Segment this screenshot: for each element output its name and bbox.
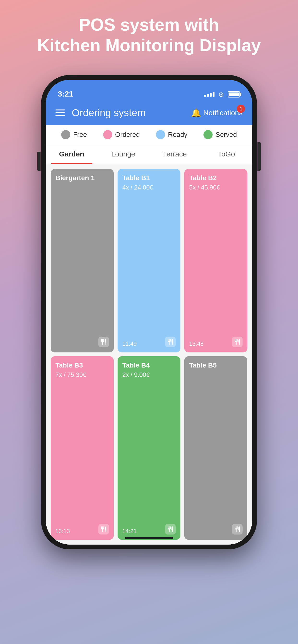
signal-icon: [204, 92, 215, 97]
table-B5-footer: [189, 524, 243, 534]
free-label: Free: [73, 131, 87, 138]
table-B2-details: 5x / 45.90€: [189, 184, 243, 191]
tab-togo[interactable]: ToGo: [201, 144, 252, 164]
notification-badge: 1: [237, 105, 245, 113]
ready-dot: [156, 130, 165, 139]
table-B4[interactable]: Table B4 2x / 9.00€ 14:21: [117, 356, 181, 540]
status-bar: 3:21 ⊛: [46, 80, 252, 101]
table-biergarten1-name: Biergarten 1: [55, 174, 109, 182]
app-title: Ordering system: [72, 107, 191, 118]
fork-icon: [98, 336, 109, 347]
table-B3-details: 7x / 75.30€: [55, 371, 109, 378]
table-B4-details: 2x / 9.00€: [122, 371, 176, 378]
table-B1-name: Table B1: [122, 174, 176, 182]
served-label: Served: [215, 131, 237, 138]
app-header: Ordering system 🔔 Notifications 1: [46, 101, 252, 125]
phone-mockup: 3:21 ⊛ Ordering system: [41, 75, 257, 549]
ready-label: Ready: [168, 131, 187, 138]
table-B1-details: 4x / 24.00€: [122, 184, 176, 191]
page-title-line2: Kitchen Monitoring Display: [37, 36, 261, 55]
table-B3-name: Table B3: [55, 362, 109, 369]
table-B3[interactable]: Table B3 7x / 75.30€ 13:13: [51, 356, 114, 540]
home-indicator: [125, 537, 173, 539]
ordered-dot: [103, 130, 112, 139]
free-dot: [61, 130, 70, 139]
fork-icon-B5: [232, 524, 243, 534]
table-B5-name: Table B5: [189, 362, 243, 369]
fork-icon-B1: [165, 336, 176, 347]
page-title-container: POS system with Kitchen Monitoring Displ…: [23, 14, 275, 56]
fork-icon-B3: [98, 524, 109, 534]
status-time: 3:21: [58, 90, 204, 98]
table-B4-name: Table B4: [122, 362, 176, 369]
table-B4-time: 14:21: [122, 528, 137, 534]
bell-icon: 🔔: [191, 108, 201, 118]
fork-icon-B4: [165, 524, 176, 534]
table-B1[interactable]: Table B1 4x / 24.00€ 11:49: [117, 169, 181, 352]
table-B2[interactable]: Table B2 5x / 45.90€ 13:48: [184, 169, 247, 352]
table-B4-footer: 14:21: [122, 524, 176, 534]
legend-bar: Free Ordered Ready Served: [46, 125, 252, 144]
tab-terrace[interactable]: Terrace: [149, 144, 201, 164]
table-B2-footer: 13:48: [189, 336, 243, 347]
tabs-bar: Garden Lounge Terrace ToGo: [46, 144, 252, 164]
notifications-label: Notifications: [203, 109, 243, 117]
fork-icon-B2: [232, 336, 243, 347]
notifications-button[interactable]: 🔔 Notifications 1: [191, 108, 243, 118]
table-B3-time: 13:13: [55, 528, 70, 534]
tables-grid: Biergarten 1 Table B1 4x / 24.00€: [46, 164, 252, 544]
table-biergarten1-footer: [55, 336, 109, 347]
table-B2-name: Table B2: [189, 174, 243, 182]
legend-ready: Ready: [156, 130, 187, 139]
menu-button[interactable]: [55, 110, 65, 116]
table-B5[interactable]: Table B5: [184, 356, 247, 540]
phone-screen: 3:21 ⊛ Ordering system: [46, 80, 252, 544]
legend-free: Free: [61, 130, 87, 139]
status-icons: ⊛: [204, 90, 240, 98]
ordered-label: Ordered: [115, 131, 140, 138]
legend-served: Served: [203, 130, 237, 139]
wifi-icon: ⊛: [218, 90, 224, 98]
battery-icon: [228, 91, 240, 98]
table-B1-footer: 11:49: [122, 336, 176, 347]
tab-lounge[interactable]: Lounge: [97, 144, 149, 164]
table-B2-time: 13:48: [189, 340, 203, 347]
page-title-line1: POS system with: [79, 15, 219, 34]
table-B1-time: 11:49: [122, 340, 137, 347]
served-dot: [203, 130, 213, 139]
table-biergarten1[interactable]: Biergarten 1: [51, 169, 114, 352]
tab-garden[interactable]: Garden: [46, 144, 97, 164]
legend-ordered: Ordered: [103, 130, 140, 139]
table-B3-footer: 13:13: [55, 524, 109, 534]
